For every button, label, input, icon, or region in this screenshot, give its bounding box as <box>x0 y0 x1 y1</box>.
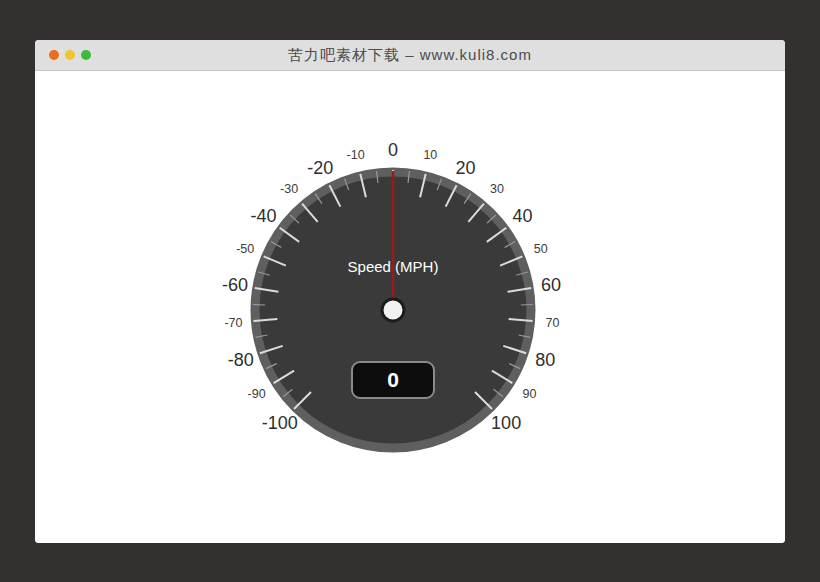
gauge-title: Speed (MPH) <box>348 258 439 275</box>
app-window: 苦力吧素材下载 – www.kuli8.com -100-80-60-40-20… <box>35 40 785 543</box>
scale-label: -100 <box>262 413 298 433</box>
scale-label: 10 <box>423 148 437 162</box>
maximize-button[interactable] <box>81 50 91 60</box>
gauge-generated: -100-80-60-40-20020406080100-90-70-50-30… <box>222 140 561 448</box>
gauge-hub <box>382 299 404 321</box>
scale-label: 100 <box>491 413 521 433</box>
traffic-lights <box>49 50 91 60</box>
scale-label: 30 <box>490 182 504 196</box>
scale-label: -40 <box>251 206 277 226</box>
scale-label: 90 <box>522 387 536 401</box>
close-button[interactable] <box>49 50 59 60</box>
scale-label: 40 <box>512 206 532 226</box>
speed-gauge: -100-80-60-40-20020406080100-90-70-50-30… <box>193 110 593 510</box>
scale-label: 70 <box>546 316 560 330</box>
scale-label: 80 <box>535 350 555 370</box>
title-bar: 苦力吧素材下载 – www.kuli8.com <box>35 40 785 71</box>
scale-label: -30 <box>280 182 298 196</box>
scale-label: -70 <box>224 316 242 330</box>
scale-label: -20 <box>307 158 333 178</box>
scale-label: -50 <box>236 242 254 256</box>
scale-label: 60 <box>541 275 561 295</box>
page-content: -100-80-60-40-20020406080100-90-70-50-30… <box>35 71 785 543</box>
scale-label: -80 <box>228 350 254 370</box>
value-display-text: 0 <box>387 368 399 391</box>
gauge-svg: -100-80-60-40-20020406080100-90-70-50-30… <box>193 110 593 510</box>
scale-label: -90 <box>248 387 266 401</box>
scale-label: 20 <box>456 158 476 178</box>
scale-label: 0 <box>388 140 398 160</box>
minimize-button[interactable] <box>65 50 75 60</box>
scale-label: -60 <box>222 275 248 295</box>
scale-label: 50 <box>534 242 548 256</box>
window-title: 苦力吧素材下载 – www.kuli8.com <box>288 46 532 65</box>
scale-label: -10 <box>347 148 365 162</box>
